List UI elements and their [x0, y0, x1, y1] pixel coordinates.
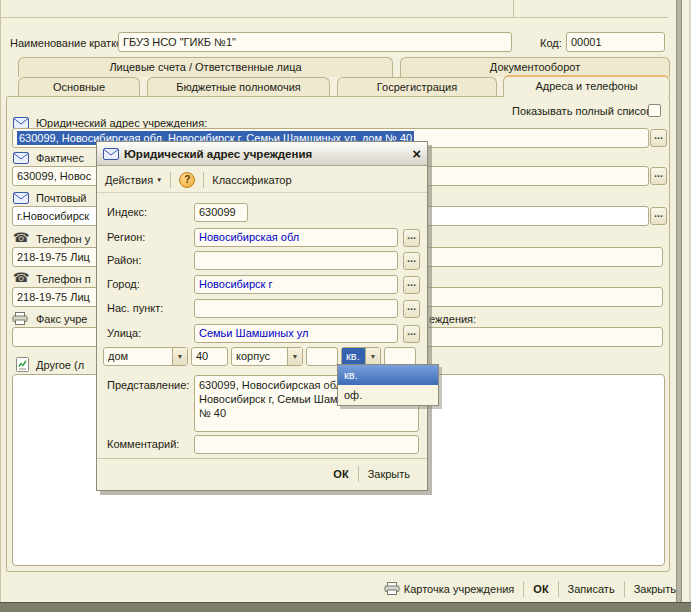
footer-button-bar: Карточка учреждения ОК Записать Закрыть [375, 578, 685, 600]
tab-budget-powers[interactable]: Бюджетные полномочия [147, 77, 330, 97]
fax-label-tail: еждения: [429, 313, 476, 325]
dialog-ok-button[interactable]: ОК [324, 468, 357, 480]
footer-close-button[interactable]: Закрыть [625, 583, 685, 595]
show-full-list-label: Показывать полный список [512, 105, 651, 117]
top-separator [0, 17, 668, 18]
index-label: Индекс: [107, 206, 147, 218]
show-full-list-checkbox[interactable] [648, 104, 661, 117]
city-label: Город: [107, 278, 140, 290]
fax-icon [12, 312, 28, 327]
doc-icon [14, 357, 30, 374]
window-right-border [676, 0, 682, 602]
dialog-toolbar: Действия ▼ ? Классификатор [97, 167, 427, 193]
dialog-button-separator [97, 458, 427, 459]
code-label: Код: [540, 37, 562, 49]
legal-address-picker-button[interactable]: ... [650, 129, 667, 147]
address-icon [13, 152, 29, 166]
top-panel-divider [513, 0, 514, 17]
dropdown-item-office[interactable]: оф. [338, 385, 438, 405]
street-picker-button[interactable]: ... [403, 325, 420, 343]
printer-icon [384, 582, 400, 597]
region-label: Регион: [107, 231, 145, 243]
postal-address-label: Почтовый [36, 192, 86, 204]
footer-save-button[interactable]: Записать [559, 583, 624, 595]
settlement-picker-button[interactable]: ... [403, 300, 420, 318]
close-icon[interactable]: × [412, 147, 421, 161]
short-name-label: Наименование краткое: [10, 37, 131, 49]
dialog-close-button[interactable]: Закрыть [359, 468, 419, 480]
tab-docflow[interactable]: Документооборот [400, 57, 670, 77]
window-bottom-strip [0, 602, 691, 612]
settlement-label: Нас. пункт: [107, 302, 163, 314]
tab-main[interactable]: Основные [18, 77, 140, 97]
settlement-input[interactable] [194, 299, 398, 318]
dropdown-arrow-icon: ▼ [365, 348, 380, 365]
building-type-combo[interactable]: корпус ▼ [231, 347, 303, 366]
postal-address-picker-button[interactable]: ... [650, 207, 667, 225]
district-label: Район: [107, 254, 141, 266]
region-input[interactable]: Новосибирская обл [194, 228, 398, 247]
comment-label: Комментарий: [107, 438, 179, 450]
building-number-input[interactable] [306, 347, 338, 366]
street-label: Улица: [107, 327, 141, 339]
code-input[interactable]: 00001 [566, 32, 665, 52]
region-picker-button[interactable]: ... [403, 229, 420, 247]
index-input[interactable]: 630099 [194, 203, 248, 222]
house-number-input[interactable]: 40 [191, 347, 228, 366]
tab-addresses-phones[interactable]: Адреса и телефоны [503, 75, 670, 97]
city-input[interactable]: Новосибирск г [194, 275, 398, 294]
toolbar-separator [170, 172, 171, 188]
city-picker-button[interactable]: ... [403, 276, 420, 294]
classifier-button[interactable]: Классификатор [212, 174, 291, 186]
actual-address-picker-button[interactable]: ... [650, 167, 667, 185]
dropdown-arrow-icon: ▼ [287, 348, 302, 365]
dropdown-arrow-icon: ▼ [156, 177, 162, 183]
phone-icon: ☎ [13, 230, 29, 245]
dropdown-item-apartment[interactable]: кв. [338, 365, 438, 385]
dialog-title: Юридический адрес учреждения [124, 148, 312, 160]
dropdown-arrow-icon: ▼ [172, 348, 187, 365]
phone-icon: ☎ [13, 270, 29, 285]
help-icon[interactable]: ? [179, 172, 195, 188]
comment-input[interactable] [194, 435, 419, 454]
address-icon [103, 148, 119, 160]
institution-card-button[interactable]: Карточка учреждения [375, 582, 524, 597]
phone-reception-label: Телефон п [36, 273, 91, 285]
toolbar-separator [203, 172, 204, 188]
apartment-type-dropdown: кв. оф. [337, 364, 439, 406]
footer-ok-button[interactable]: ОК [524, 583, 557, 595]
window-left-border [0, 0, 1, 602]
address-dialog: Юридический адрес учреждения × Действия … [96, 141, 428, 491]
actions-menu-button[interactable]: Действия ▼ [105, 174, 162, 186]
phone-main-label: Телефон у [36, 233, 90, 245]
fax-label: Факс учре [36, 313, 87, 325]
app-window: Наименование краткое: ГБУЗ НСО "ГИКБ №1"… [0, 0, 691, 612]
tab-state-registration[interactable]: Госрегистрация [337, 77, 497, 97]
district-input[interactable] [194, 251, 398, 270]
actual-address-label: Фактичес [36, 152, 84, 164]
short-name-input[interactable]: ГБУЗ НСО "ГИКБ №1" [118, 32, 512, 52]
street-input[interactable]: Семьи Шамшиных ул [194, 324, 398, 343]
address-icon [13, 192, 29, 206]
tab-accounts-persons[interactable]: Лицевые счета / Ответственные лица [18, 57, 393, 77]
house-type-combo[interactable]: дом ▼ [103, 347, 188, 366]
district-picker-button[interactable]: ... [403, 252, 420, 270]
presentation-label: Представление: [107, 379, 189, 391]
dialog-buttons: ОК Закрыть [324, 464, 419, 484]
dialog-titlebar[interactable]: Юридический адрес учреждения × [97, 142, 427, 166]
other-info-label: Другое (л [36, 359, 84, 371]
